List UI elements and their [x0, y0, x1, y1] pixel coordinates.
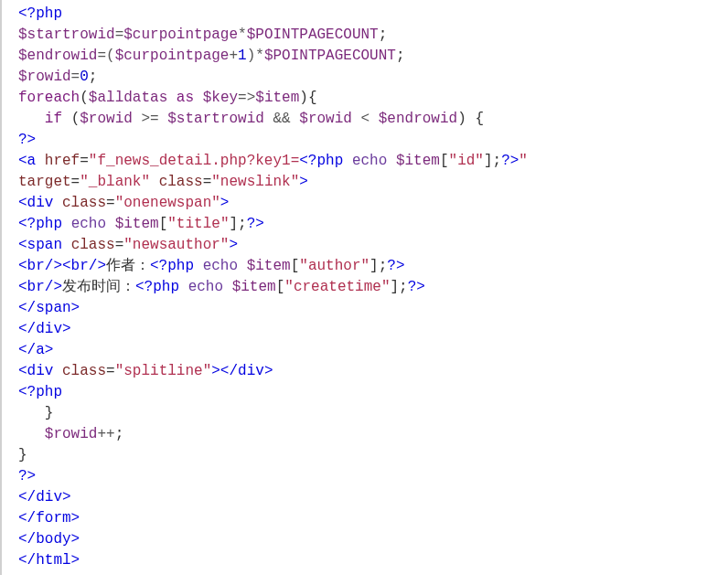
code-line: <span class="newsauthor">	[18, 235, 728, 256]
code-line: </div>	[18, 319, 728, 340]
code-editor[interactable]: <?php$startrowid=$curpointpage*$POINTPAG…	[0, 0, 728, 575]
code-line: <div class="splitline"></div>	[18, 361, 728, 382]
code-line: </html>	[18, 550, 728, 571]
code-line: </span>	[18, 298, 728, 319]
code-line: <div class="onenewspan">	[18, 193, 728, 214]
code-line: ?>	[18, 130, 728, 151]
code-line: }	[18, 403, 728, 424]
code-line: <a href="f_news_detail.php?key1=<?php ec…	[18, 151, 728, 172]
code-line: </div>	[18, 487, 728, 508]
code-line: }	[18, 445, 728, 466]
code-line: $startrowid=$curpointpage*$POINTPAGECOUN…	[18, 25, 728, 46]
code-line: <?php	[18, 4, 728, 25]
code-line: <?php	[18, 382, 728, 403]
code-line: foreach($alldatas as $key=>$item){	[18, 88, 728, 109]
code-line: </a>	[18, 340, 728, 361]
code-line: $endrowid=($curpointpage+1)*$POINTPAGECO…	[18, 46, 728, 67]
code-line: <br/>发布时间：<?php echo $item["createtime"]…	[18, 277, 728, 298]
code-line: if ($rowid >= $startrowid && $rowid < $e…	[18, 109, 728, 130]
code-line: </body>	[18, 529, 728, 550]
code-line: $rowid=0;	[18, 67, 728, 88]
code-line: <br/><br/>作者：<?php echo $item["author"];…	[18, 256, 728, 277]
code-line: ?>	[18, 466, 728, 487]
code-line: $rowid++;	[18, 424, 728, 445]
code-line: target="_blank" class="newslink">	[18, 172, 728, 193]
code-line: <?php echo $item["title"];?>	[18, 214, 728, 235]
code-line: </form>	[18, 508, 728, 529]
